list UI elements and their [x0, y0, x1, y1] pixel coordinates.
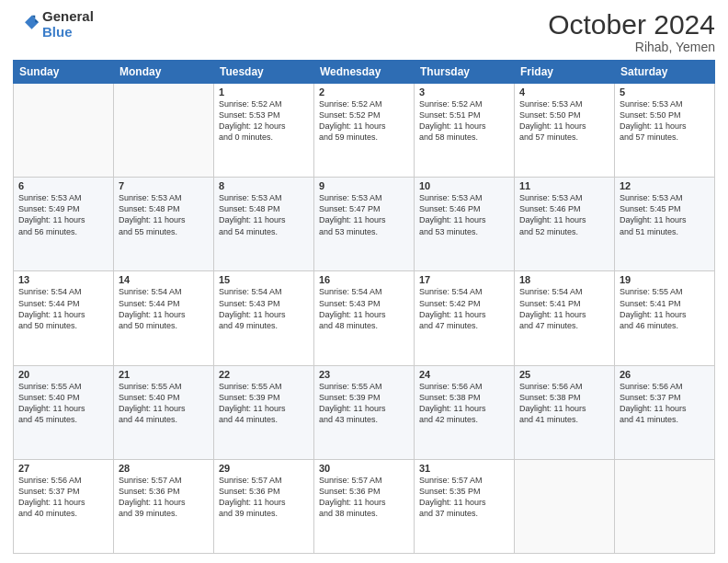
logo: General Blue: [13, 9, 94, 40]
day-number: 3: [419, 86, 509, 98]
header-tuesday: Tuesday: [214, 61, 314, 84]
day-info: Sunrise: 5:56 AM Sunset: 5:37 PM Dayligh…: [620, 381, 710, 426]
day-number: 28: [119, 463, 209, 474]
day-cell: 16Sunrise: 5:54 AM Sunset: 5:43 PM Dayli…: [314, 271, 415, 365]
day-number: 26: [620, 369, 710, 380]
month-title: October 2024: [548, 9, 715, 40]
day-cell: 31Sunrise: 5:57 AM Sunset: 5:35 PM Dayli…: [415, 459, 515, 553]
day-number: 10: [419, 180, 509, 191]
day-info: Sunrise: 5:54 AM Sunset: 5:43 PM Dayligh…: [319, 286, 409, 331]
day-info: Sunrise: 5:55 AM Sunset: 5:40 PM Dayligh…: [18, 381, 108, 426]
day-info: Sunrise: 5:56 AM Sunset: 5:38 PM Dayligh…: [519, 381, 609, 426]
day-number: 23: [319, 369, 409, 380]
title-block: October 2024 Rihab, Yemen: [548, 9, 715, 54]
day-info: Sunrise: 5:52 AM Sunset: 5:52 PM Dayligh…: [319, 98, 409, 144]
weekday-header-row: Sunday Monday Tuesday Wednesday Thursday…: [14, 61, 715, 84]
day-cell: [515, 459, 615, 553]
day-info: Sunrise: 5:54 AM Sunset: 5:43 PM Dayligh…: [219, 286, 309, 331]
day-cell: 12Sunrise: 5:53 AM Sunset: 5:45 PM Dayli…: [615, 178, 715, 271]
day-cell: 9Sunrise: 5:53 AM Sunset: 5:47 PM Daylig…: [314, 178, 415, 271]
day-cell: 19Sunrise: 5:55 AM Sunset: 5:41 PM Dayli…: [615, 271, 715, 365]
day-cell: 2Sunrise: 5:52 AM Sunset: 5:52 PM Daylig…: [314, 84, 415, 178]
day-cell: 20Sunrise: 5:55 AM Sunset: 5:40 PM Dayli…: [14, 365, 114, 459]
day-info: Sunrise: 5:53 AM Sunset: 5:48 PM Dayligh…: [119, 192, 209, 237]
day-cell: 23Sunrise: 5:55 AM Sunset: 5:39 PM Dayli…: [314, 365, 415, 459]
day-cell: 1Sunrise: 5:52 AM Sunset: 5:53 PM Daylig…: [214, 84, 314, 178]
day-info: Sunrise: 5:55 AM Sunset: 5:39 PM Dayligh…: [219, 381, 309, 426]
day-cell: 11Sunrise: 5:53 AM Sunset: 5:46 PM Dayli…: [515, 178, 615, 271]
day-info: Sunrise: 5:52 AM Sunset: 5:51 PM Dayligh…: [419, 98, 509, 144]
day-number: 24: [419, 369, 509, 380]
day-number: 29: [219, 463, 309, 474]
svg-marker-0: [25, 15, 39, 29]
header-monday: Monday: [114, 61, 214, 84]
day-info: Sunrise: 5:57 AM Sunset: 5:36 PM Dayligh…: [319, 475, 409, 520]
day-info: Sunrise: 5:56 AM Sunset: 5:37 PM Dayligh…: [18, 475, 108, 520]
day-cell: 15Sunrise: 5:54 AM Sunset: 5:43 PM Dayli…: [214, 271, 314, 365]
week-row-1: 1Sunrise: 5:52 AM Sunset: 5:53 PM Daylig…: [14, 84, 715, 178]
day-cell: 21Sunrise: 5:55 AM Sunset: 5:40 PM Dayli…: [114, 365, 214, 459]
day-cell: 14Sunrise: 5:54 AM Sunset: 5:44 PM Dayli…: [114, 271, 214, 365]
day-info: Sunrise: 5:53 AM Sunset: 5:50 PM Dayligh…: [620, 98, 710, 144]
day-number: 16: [319, 274, 409, 285]
day-info: Sunrise: 5:55 AM Sunset: 5:41 PM Dayligh…: [620, 286, 710, 331]
day-number: 15: [219, 274, 309, 285]
day-number: 12: [620, 180, 710, 191]
header-thursday: Thursday: [415, 61, 515, 84]
day-cell: [114, 84, 214, 178]
day-number: 8: [219, 180, 309, 191]
day-info: Sunrise: 5:53 AM Sunset: 5:49 PM Dayligh…: [18, 192, 108, 237]
day-cell: 29Sunrise: 5:57 AM Sunset: 5:36 PM Dayli…: [214, 459, 314, 553]
day-info: Sunrise: 5:53 AM Sunset: 5:45 PM Dayligh…: [620, 192, 710, 237]
day-cell: 18Sunrise: 5:54 AM Sunset: 5:41 PM Dayli…: [515, 271, 615, 365]
day-info: Sunrise: 5:53 AM Sunset: 5:47 PM Dayligh…: [319, 192, 409, 237]
day-cell: 30Sunrise: 5:57 AM Sunset: 5:36 PM Dayli…: [314, 459, 415, 553]
day-info: Sunrise: 5:53 AM Sunset: 5:50 PM Dayligh…: [519, 98, 609, 144]
day-number: 18: [519, 274, 609, 285]
week-row-3: 13Sunrise: 5:54 AM Sunset: 5:44 PM Dayli…: [14, 271, 715, 365]
logo-icon: [13, 12, 39, 38]
day-cell: 10Sunrise: 5:53 AM Sunset: 5:46 PM Dayli…: [415, 178, 515, 271]
day-info: Sunrise: 5:54 AM Sunset: 5:44 PM Dayligh…: [119, 286, 209, 331]
logo-blue: Blue: [42, 25, 94, 40]
day-info: Sunrise: 5:56 AM Sunset: 5:38 PM Dayligh…: [419, 381, 509, 426]
day-cell: 3Sunrise: 5:52 AM Sunset: 5:51 PM Daylig…: [415, 84, 515, 178]
day-info: Sunrise: 5:53 AM Sunset: 5:46 PM Dayligh…: [519, 192, 609, 237]
day-number: 30: [319, 463, 409, 474]
day-info: Sunrise: 5:57 AM Sunset: 5:35 PM Dayligh…: [419, 475, 509, 520]
day-cell: 22Sunrise: 5:55 AM Sunset: 5:39 PM Dayli…: [214, 365, 314, 459]
day-number: 21: [119, 369, 209, 380]
header-friday: Friday: [515, 61, 615, 84]
day-info: Sunrise: 5:55 AM Sunset: 5:39 PM Dayligh…: [319, 381, 409, 426]
logo-general: General: [42, 9, 94, 25]
day-cell: 25Sunrise: 5:56 AM Sunset: 5:38 PM Dayli…: [515, 365, 615, 459]
location-subtitle: Rihab, Yemen: [548, 40, 715, 54]
day-info: Sunrise: 5:55 AM Sunset: 5:40 PM Dayligh…: [119, 381, 209, 426]
day-number: 5: [620, 86, 710, 98]
day-cell: 7Sunrise: 5:53 AM Sunset: 5:48 PM Daylig…: [114, 178, 214, 271]
day-info: Sunrise: 5:54 AM Sunset: 5:42 PM Dayligh…: [419, 286, 509, 331]
day-number: 6: [18, 180, 108, 191]
day-cell: 17Sunrise: 5:54 AM Sunset: 5:42 PM Dayli…: [415, 271, 515, 365]
day-number: 31: [419, 463, 509, 474]
day-cell: 28Sunrise: 5:57 AM Sunset: 5:36 PM Dayli…: [114, 459, 214, 553]
day-info: Sunrise: 5:52 AM Sunset: 5:53 PM Dayligh…: [219, 98, 309, 144]
day-cell: 26Sunrise: 5:56 AM Sunset: 5:37 PM Dayli…: [615, 365, 715, 459]
day-cell: 4Sunrise: 5:53 AM Sunset: 5:50 PM Daylig…: [515, 84, 615, 178]
day-cell: 13Sunrise: 5:54 AM Sunset: 5:44 PM Dayli…: [14, 271, 114, 365]
day-cell: 24Sunrise: 5:56 AM Sunset: 5:38 PM Dayli…: [415, 365, 515, 459]
day-number: 13: [18, 274, 108, 285]
day-cell: [14, 84, 114, 178]
day-info: Sunrise: 5:53 AM Sunset: 5:46 PM Dayligh…: [419, 192, 509, 237]
day-number: 9: [319, 180, 409, 191]
week-row-4: 20Sunrise: 5:55 AM Sunset: 5:40 PM Dayli…: [14, 365, 715, 459]
day-number: 25: [519, 369, 609, 380]
day-number: 20: [18, 369, 108, 380]
day-info: Sunrise: 5:53 AM Sunset: 5:48 PM Dayligh…: [219, 192, 309, 237]
day-number: 17: [419, 274, 509, 285]
day-number: 14: [119, 274, 209, 285]
day-number: 2: [319, 86, 409, 98]
day-info: Sunrise: 5:54 AM Sunset: 5:41 PM Dayligh…: [519, 286, 609, 331]
header-sunday: Sunday: [14, 61, 114, 84]
day-number: 11: [519, 180, 609, 191]
